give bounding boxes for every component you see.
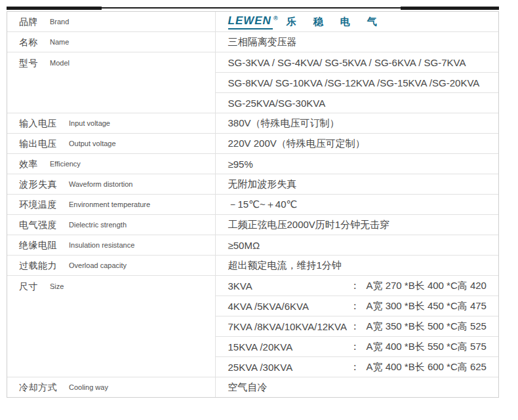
waveform-distortion-label-en: Waveform distortion <box>69 180 132 188</box>
table-row-name: 名称Name 三相隔离变压器 <box>7 32 498 52</box>
model-line: SG-25KVA/SG-30KVA <box>215 93 498 113</box>
size-label-en: Size <box>50 282 64 290</box>
table-row-waveform-distortion: 波形失真Waveform distortion 无附加波形失真 <box>7 174 498 195</box>
cooling-label-cell: 冷却方式Cooling way <box>7 377 215 398</box>
size-entry: 15KVA /20KVA：A宽 400 *B长 550 *C高 575 <box>215 337 498 357</box>
overload-capacity-value: 超出额定电流，维持1分钟 <box>215 256 498 276</box>
size-entry-model: 3KVA <box>228 280 350 292</box>
table-row-cooling: 冷却方式Cooling way 空气自冷 <box>7 377 498 398</box>
size-entry-dims: A宽 400 *B长 600 *C高 625 <box>367 361 487 373</box>
table-row-efficiency: 效率Efficiency ≥95% <box>7 154 498 174</box>
cooling-value: 空气自冷 <box>215 377 498 398</box>
table-row-insulation-resistance: 绝缘电阻Insulation resistance ≥50MΩ <box>7 235 498 256</box>
bar-segment-right <box>401 7 499 10</box>
environment-temperature-label-en: Environment temperature <box>69 200 150 208</box>
output-voltage-label-en: Output voltage <box>69 140 116 147</box>
dielectric-strength-label-cell: 电气强度Dielectric strength <box>7 215 215 235</box>
size-entry-colon: ： <box>350 320 360 333</box>
table-row-overload-capacity: 过载能力Overload capacity 超出额定电流，维持1分钟 <box>7 256 498 276</box>
efficiency-value: ≥95% <box>215 154 498 174</box>
size-entry-model: 7KVA /8KVA/10KVA/12KVA <box>228 321 350 332</box>
size-entry: 25KVA /30KVA：A宽 400 *B长 600 *C高 625 <box>215 357 498 377</box>
dielectric-strength-label-en: Dielectric strength <box>69 221 127 229</box>
output-voltage-label-cell: 输出电压Output voltage <box>7 134 215 154</box>
efficiency-label-en: Efficiency <box>50 160 81 168</box>
output-voltage-label-zh: 输出电压 <box>19 138 57 149</box>
efficiency-label-zh: 效率 <box>19 159 38 169</box>
name-label-en: Name <box>50 38 69 46</box>
name-label-cell: 名称Name <box>7 32 215 52</box>
size-entry-dims: A宽 400 *B长 550 *C高 575 <box>367 341 487 353</box>
brand-label-zh: 品牌 <box>19 16 38 27</box>
insulation-resistance-label-cell: 绝缘电阻Insulation resistance <box>7 235 215 256</box>
dielectric-strength-label-zh: 电气强度 <box>19 220 57 230</box>
brand-label-en: Brand <box>50 18 69 26</box>
size-entry-colon: ： <box>350 361 360 373</box>
cooling-label-zh: 冷却方式 <box>19 382 57 392</box>
overload-capacity-label-zh: 过载能力 <box>19 260 57 271</box>
size-entry-model: 15KVA /20KVA <box>228 341 350 353</box>
product-spec-table: 品牌Brand LEWEN® 乐 稳 电 气 名称Name 三相隔离变压器 型号… <box>7 12 498 397</box>
environment-temperature-label-zh: 环境温度 <box>19 199 57 210</box>
input-voltage-label-zh: 输入电压 <box>19 118 57 128</box>
size-entry-colon: ： <box>350 280 360 292</box>
table-row-model-1: 型号Model SG-3KVA / SG-4KVA/ SG-5KVA / SG-… <box>7 52 498 73</box>
environment-temperature-label-cell: 环境温度Environment temperature <box>7 195 215 215</box>
model-line: SG-3KVA / SG-4KVA/ SG-5KVA / SG-6KVA / S… <box>215 52 498 73</box>
environment-temperature-value: －15℃~＋40℃ <box>215 195 498 215</box>
efficiency-label-cell: 效率Efficiency <box>7 154 215 174</box>
bar-segment-middle <box>102 7 401 9</box>
table-row-input-voltage: 输入电压Input voltage 380V（特殊电压可订制） <box>7 113 498 134</box>
overload-capacity-label-en: Overload capacity <box>69 261 127 269</box>
input-voltage-value: 380V（特殊电压可订制） <box>215 113 498 134</box>
waveform-distortion-label-cell: 波形失真Waveform distortion <box>7 174 215 195</box>
product-spec-table-wrap: 品牌Brand LEWEN® 乐 稳 电 气 名称Name 三相隔离变压器 型号… <box>7 11 499 398</box>
table-row-size-1: 尺寸Size 3KVA：A宽 270 *B长 400 *C高 420 <box>7 276 498 296</box>
size-entry-dims: A宽 350 *B长 500 *C高 525 <box>367 320 487 333</box>
size-entry: 3KVA：A宽 270 *B长 400 *C高 420 <box>215 276 498 296</box>
size-entry-colon: ： <box>350 341 360 353</box>
table-row-dielectric-strength: 电气强度Dielectric strength 工频正弦电压2000V历时1分钟… <box>7 215 498 235</box>
top-decorative-bar <box>7 7 499 11</box>
model-label-zh: 型号 <box>19 58 38 68</box>
size-entry-model: 25KVA /30KVA <box>228 362 350 373</box>
bar-segment-left <box>7 7 102 10</box>
table-row-environment-temperature: 环境温度Environment temperature －15℃~＋40℃ <box>7 195 498 215</box>
brand-logo-chinese: 乐 稳 电 气 <box>287 16 385 28</box>
waveform-distortion-value: 无附加波形失真 <box>215 174 498 195</box>
model-line: SG-8KVA/ SG-10KVA /SG-12KVA /SG-15KVA /S… <box>215 73 498 93</box>
registered-trademark-icon: ® <box>273 15 278 22</box>
insulation-resistance-value: ≥50MΩ <box>215 235 498 256</box>
model-label-en: Model <box>50 59 70 67</box>
name-value: 三相隔离变压器 <box>215 32 498 52</box>
output-voltage-value: 220V 200V（特殊电压可定制） <box>215 134 498 154</box>
waveform-distortion-label-zh: 波形失真 <box>19 179 57 189</box>
insulation-resistance-label-en: Insulation resistance <box>69 241 134 249</box>
table-row-brand: 品牌Brand LEWEN® 乐 稳 电 气 <box>7 12 498 32</box>
brand-label-cell: 品牌Brand <box>7 12 215 32</box>
size-label-zh: 尺寸 <box>19 281 38 292</box>
name-label-zh: 名称 <box>19 37 38 47</box>
size-entry: 7KVA /8KVA/10KVA/12KVA：A宽 350 *B长 500 *C… <box>215 316 498 337</box>
table-row-output-voltage: 输出电压Output voltage 220V 200V（特殊电压可定制） <box>7 134 498 154</box>
size-entry: 4KVA /5KVA/6KVA：A宽 300 *B长 450 *C高 475 <box>215 296 498 316</box>
insulation-resistance-label-zh: 绝缘电阻 <box>19 240 57 250</box>
size-entry-dims: A宽 300 *B长 450 *C高 475 <box>367 300 487 313</box>
size-entry-colon: ： <box>350 300 360 313</box>
brand-value-cell: LEWEN® 乐 稳 电 气 <box>215 12 498 32</box>
brand-logo: LEWEN® 乐 稳 电 气 <box>228 14 499 29</box>
input-voltage-label-en: Input voltage <box>69 119 110 127</box>
size-entry-dims: A宽 270 *B长 400 *C高 420 <box>367 280 487 292</box>
size-label-cell: 尺寸Size <box>7 276 215 377</box>
cooling-label-en: Cooling way <box>69 383 108 391</box>
dielectric-strength-value: 工频正弦电压2000V历时1分钟无击穿 <box>215 215 498 235</box>
size-entry-model: 4KVA /5KVA/6KVA <box>228 301 350 312</box>
brand-logo-wordmark: LEWEN <box>228 14 273 29</box>
overload-capacity-label-cell: 过载能力Overload capacity <box>7 256 215 276</box>
input-voltage-label-cell: 输入电压Input voltage <box>7 113 215 134</box>
model-label-cell: 型号Model <box>7 52 215 113</box>
